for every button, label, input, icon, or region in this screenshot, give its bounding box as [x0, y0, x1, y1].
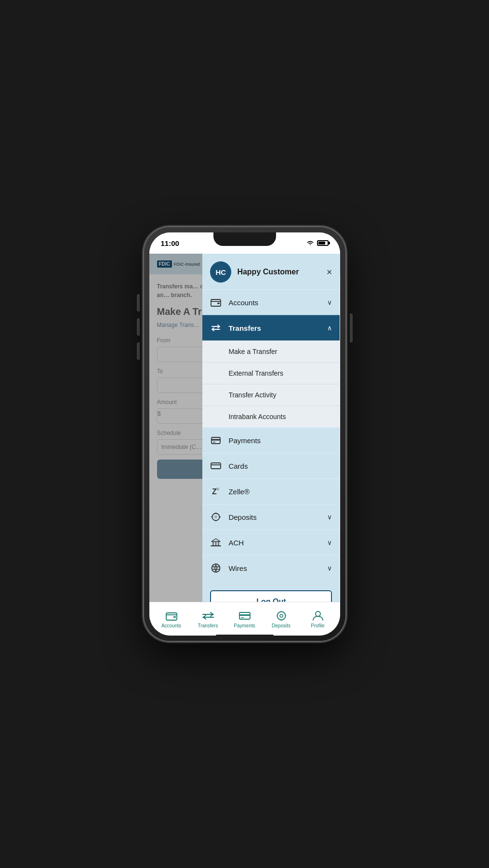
svg-point-21	[316, 611, 320, 616]
accounts-nav-label: Accounts	[161, 623, 181, 628]
svg-rect-15	[173, 616, 176, 618]
user-avatar: HC	[210, 261, 231, 283]
svg-text:Z: Z	[212, 488, 217, 496]
home-indicator-bar	[216, 635, 274, 636]
close-button[interactable]: ×	[327, 267, 332, 277]
drawer-overlay: HC Happy Customer × Acc	[149, 254, 340, 602]
payments-nav-label: Payments	[234, 623, 255, 628]
ach-chevron-icon: ∨	[327, 539, 332, 546]
wifi-icon	[306, 240, 314, 246]
status-time: 11:00	[161, 239, 179, 247]
svg-rect-11	[215, 542, 217, 546]
transfers-nav-label: Transfers	[198, 623, 218, 628]
battery-icon	[317, 240, 329, 246]
svg-point-9	[214, 515, 217, 518]
transfers-submenu: Make a Transfer External Transfers Trans…	[202, 340, 340, 427]
deposits-label: Deposits	[228, 513, 320, 521]
transfers-label: Transfers	[228, 324, 320, 332]
user-name: Happy Customer	[237, 268, 320, 276]
nav-item-transfers[interactable]: Transfers	[190, 610, 226, 628]
drawer-header: HC Happy Customer ×	[202, 254, 340, 289]
nav-item-payments[interactable]: Payments	[226, 610, 263, 628]
svg-rect-4	[213, 442, 215, 443]
status-bar: 11:00	[149, 232, 340, 254]
svg-point-20	[280, 614, 283, 617]
intrabank-accounts-label: Intrabank Accounts	[228, 413, 286, 420]
logout-section: Log Out	[202, 581, 340, 602]
zelle-icon: Z	[210, 486, 222, 497]
accounts-chevron-icon: ∨	[327, 298, 332, 306]
svg-rect-1	[217, 303, 220, 304]
payments-nav-icon	[238, 610, 251, 622]
sidebar-item-accounts[interactable]: Accounts ∨	[202, 289, 340, 315]
wallet-icon	[210, 297, 222, 308]
svg-rect-3	[211, 439, 220, 441]
bottom-navigation: Accounts Transfers	[149, 602, 340, 636]
accounts-nav-icon	[165, 610, 178, 622]
sidebar-item-wires[interactable]: Wires ∨	[202, 555, 340, 581]
deposits-chevron-icon: ∨	[327, 513, 332, 521]
submenu-item-external-transfers[interactable]: External Transfers	[202, 362, 340, 384]
transfers-nav-icon	[202, 610, 214, 622]
phone-frame: 11:00 FDIC FD	[144, 227, 346, 641]
nav-item-deposits[interactable]: Deposits	[263, 610, 300, 628]
submenu-item-transfer-activity[interactable]: Transfer Activity	[202, 384, 340, 406]
accounts-label: Accounts	[228, 298, 320, 307]
svg-rect-10	[212, 542, 214, 546]
svg-point-7	[216, 488, 219, 490]
sidebar-item-transfers[interactable]: Transfers ∧	[202, 315, 340, 340]
logout-button[interactable]: Log Out	[210, 590, 332, 602]
deposits-icon	[210, 511, 222, 523]
submenu-item-intrabank[interactable]: Intrabank Accounts	[202, 406, 340, 427]
deposits-nav-label: Deposits	[272, 623, 291, 628]
svg-point-19	[277, 612, 285, 620]
sidebar-item-cards[interactable]: Cards	[202, 453, 340, 478]
svg-rect-5	[211, 463, 221, 469]
transfer-icon	[210, 322, 222, 334]
screen-content: FDIC FDIC-Insured ‹ Fidelity B… Transfer…	[149, 254, 340, 602]
ach-icon	[210, 537, 222, 548]
payments-icon	[210, 434, 222, 446]
transfers-chevron-icon: ∧	[327, 324, 332, 332]
wires-icon	[210, 562, 222, 574]
zelle-label: Zelle®	[228, 488, 332, 496]
transfer-activity-label: Transfer Activity	[228, 391, 276, 399]
submenu-item-make-transfer[interactable]: Make a Transfer	[202, 340, 340, 362]
profile-nav-label: Profile	[311, 623, 324, 628]
ach-label: ACH	[228, 539, 320, 547]
profile-nav-icon	[312, 610, 324, 622]
notch	[213, 232, 276, 246]
phone-screen: 11:00 FDIC FD	[149, 232, 340, 636]
card-icon	[210, 460, 222, 472]
wires-chevron-icon: ∨	[327, 564, 332, 572]
deposits-nav-icon	[275, 610, 288, 622]
nav-item-profile[interactable]: Profile	[300, 610, 336, 628]
sidebar-item-deposits[interactable]: Deposits ∨	[202, 504, 340, 529]
wires-label: Wires	[228, 564, 320, 572]
make-transfer-label: Make a Transfer	[228, 348, 277, 355]
payments-label: Payments	[228, 436, 332, 445]
sidebar-item-zelle[interactable]: Z Zelle®	[202, 478, 340, 504]
navigation-drawer: HC Happy Customer × Acc	[202, 254, 340, 602]
cards-label: Cards	[228, 462, 332, 470]
drawer-dim[interactable]	[149, 254, 203, 602]
svg-rect-17	[239, 614, 250, 616]
status-icons	[306, 240, 329, 246]
sidebar-item-ach[interactable]: ACH ∨	[202, 529, 340, 555]
external-transfers-label: External Transfers	[228, 369, 283, 377]
sidebar-item-payments[interactable]: Payments	[202, 427, 340, 453]
svg-rect-18	[241, 617, 244, 618]
svg-rect-12	[218, 542, 219, 546]
nav-item-accounts[interactable]: Accounts	[153, 610, 190, 628]
